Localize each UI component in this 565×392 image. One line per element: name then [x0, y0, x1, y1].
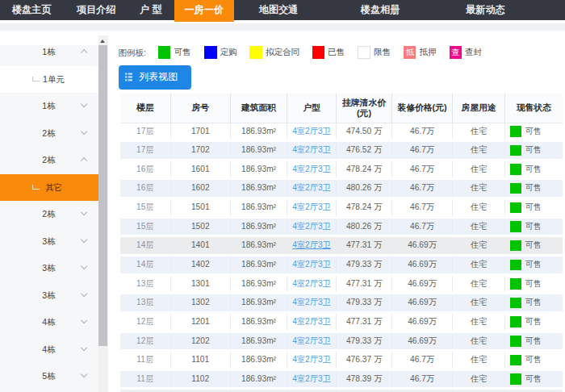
- nav-item[interactable]: 项目介绍: [77, 0, 116, 20]
- sidebar-item[interactable]: 1单元: [0, 66, 98, 94]
- table-cell-floor: 13层: [120, 294, 171, 311]
- table-row[interactable]: 11层1101186.93m²4室2厅3卫476.37 万46.7万住宅可售: [120, 352, 563, 371]
- sidebar-item-label: 其它: [0, 174, 98, 202]
- legend-color-swatch: [158, 46, 171, 59]
- table-cell-room: 1201: [171, 314, 232, 331]
- status-color-square: [510, 145, 521, 156]
- table-cell-floor: 12层: [120, 333, 171, 350]
- status-color-square: [510, 221, 521, 232]
- table-cell-layout: 4室2厅3卫: [287, 294, 337, 311]
- status-text: 可售: [525, 276, 542, 293]
- table-row[interactable]: 17层1701186.93m²4室2厅3卫474.50 万46.7万住宅可售: [120, 123, 563, 143]
- nav-item-active[interactable]: 一房一价: [174, 0, 234, 22]
- table-row[interactable]: 14层1401186.93m²4室2厅3卫477.31 万46.69万住宅可售: [120, 237, 563, 256]
- table-cell-area: 186.93m²: [231, 333, 287, 350]
- legend-item: 抵抵押: [404, 46, 437, 60]
- sidebar-item-label: 1单元: [0, 66, 98, 94]
- table-row[interactable]: 16层1601186.93m²4室2厅3卫478.24 万46.7万住宅可售: [120, 161, 563, 181]
- layout-link[interactable]: 4室2厅3卫: [292, 279, 331, 288]
- nav-item[interactable]: 户 型: [140, 0, 162, 20]
- table-cell-fit: 46.69万: [392, 333, 453, 350]
- table-cell-price: 480.26 万: [337, 219, 392, 236]
- table-row[interactable]: 13层1302186.93m²4室2厅3卫479.33 万46.69万住宅可售: [120, 294, 563, 314]
- status-text: 可售: [525, 199, 542, 216]
- status-text: 可售: [525, 123, 542, 140]
- sidebar-scrollbar[interactable]: [98, 35, 109, 392]
- legend-color-swatch: [204, 46, 217, 59]
- sidebar-item-selected[interactable]: 其它: [0, 174, 98, 202]
- status-text: 可售: [525, 256, 542, 273]
- sidebar-item[interactable]: 2栋: [0, 120, 98, 148]
- table-row[interactable]: 17层1702186.93m²4室2厅3卫476.52 万46.7万住宅可售: [120, 142, 563, 161]
- header-cell-line: 楼层: [136, 102, 154, 113]
- sidebar-item[interactable]: 2栋: [0, 147, 98, 174]
- table-cell-area: 186.93m²: [231, 219, 287, 236]
- legend-bar: 图例板: 可售定购拟定合同已售限售抵抵押查查封: [118, 46, 521, 60]
- table-row[interactable]: 11层1102186.93m²4室2厅3卫478.39 万46.7万住宅可售: [120, 371, 563, 390]
- table-cell-room: 1602: [171, 180, 232, 197]
- table-row[interactable]: 14层1402186.93m²4室2厅3卫479.33 万46.69万住宅可售: [120, 256, 563, 276]
- table-header-cell: 房屋用途: [453, 94, 505, 123]
- legend-item-label: 拟定合同: [266, 47, 299, 58]
- sidebar-item[interactable]: 4栋: [0, 309, 98, 336]
- legend-label: 图例板:: [118, 46, 145, 60]
- table-row[interactable]: 15层1502186.93m²4室2厅3卫480.26 万46.7万住宅可售: [120, 219, 563, 238]
- table-cell-layout: 4室2厅3卫: [287, 237, 337, 254]
- layout-link[interactable]: 4室2厅3卫: [292, 202, 331, 211]
- sidebar-item[interactable]: 3栋: [0, 282, 98, 310]
- table-cell-usage: 住宅: [453, 161, 505, 178]
- sidebar-item[interactable]: 3栋: [0, 255, 98, 282]
- layout-link[interactable]: 4室2厅3卫: [292, 222, 331, 231]
- layout-link[interactable]: 4室2厅3卫: [292, 298, 331, 307]
- status-color-square: [510, 260, 521, 271]
- table-row[interactable]: 15层1501186.93m²4室2厅3卫478.24 万46.7万住宅可售: [120, 199, 563, 219]
- table-row[interactable]: 12层1201186.93m²4室2厅3卫477.31 万46.69万住宅可售: [120, 314, 563, 333]
- sidebar-item[interactable]: 3栋: [0, 228, 98, 256]
- sidebar-item[interactable]: 2栋: [0, 201, 98, 228]
- layout-link[interactable]: 4室2厅3卫: [292, 165, 331, 173]
- layout-link[interactable]: 4室2厅3卫: [292, 240, 331, 249]
- layout-link[interactable]: 4室2厅3卫: [292, 260, 331, 269]
- table-cell-room: 1202: [171, 333, 232, 350]
- list-view-button[interactable]: 列表视图: [119, 65, 191, 90]
- table-cell-layout: 4室2厅3卫: [287, 161, 337, 178]
- status-text: 可售: [525, 219, 542, 236]
- sidebar-item[interactable]: 1栋: [0, 45, 98, 66]
- sidebar-item[interactable]: 5栋: [0, 363, 98, 390]
- table-cell-price: 479.33 万: [337, 333, 392, 350]
- status-text: 可售: [525, 314, 542, 331]
- table-cell-price: 476.37 万: [337, 352, 392, 369]
- layout-link[interactable]: 4室2厅3卫: [292, 355, 331, 364]
- scrollbar-thumb[interactable]: [98, 45, 107, 346]
- corner-branch-icon: [32, 77, 40, 81]
- layout-link[interactable]: 4室2厅3卫: [292, 317, 331, 326]
- nav-item[interactable]: 楼盘相册: [361, 0, 400, 20]
- table-cell-fit: 46.69万: [392, 237, 453, 254]
- table-cell-area: 186.93m²: [231, 237, 287, 254]
- table-cell-fit: 46.7万: [392, 161, 453, 178]
- table-row[interactable]: 12层1202186.93m²4室2厅3卫479.33 万46.69万住宅可售: [120, 333, 563, 352]
- table-cell-status: 可售: [505, 256, 563, 273]
- table-cell-floor: 14层: [120, 237, 171, 254]
- layout-link[interactable]: 4室2厅3卫: [292, 183, 331, 192]
- table-cell-area: 186.93m²: [231, 294, 287, 311]
- nav-item[interactable]: 楼盘主页: [12, 0, 52, 20]
- layout-link[interactable]: 4室2厅3卫: [292, 336, 331, 345]
- status-color-square: [510, 316, 521, 327]
- layout-link[interactable]: 4室2厅3卫: [292, 127, 331, 136]
- nav-item[interactable]: 地图交通: [259, 0, 299, 20]
- nav-item[interactable]: 最新动态: [466, 0, 505, 20]
- table-row[interactable]: 16层1602186.93m²4室2厅3卫480.26 万46.7万住宅可售: [120, 180, 563, 199]
- table-header-cell: 装修价格(元): [392, 94, 453, 123]
- table-cell-usage: 住宅: [453, 123, 505, 140]
- layout-link[interactable]: 4室2厅3卫: [292, 374, 331, 383]
- status-text: 可售: [525, 180, 542, 197]
- sidebar-item[interactable]: 4栋: [0, 336, 98, 364]
- scrollbar-up-arrow-icon[interactable]: [100, 40, 105, 43]
- table-cell-status: 可售: [505, 180, 563, 197]
- sidebar-item[interactable]: 1栋: [0, 93, 98, 120]
- table-row[interactable]: 13层1301186.93m²4室2厅3卫477.31 万46.69万住宅可售: [120, 276, 563, 295]
- table-cell-fit: 46.7万: [392, 180, 453, 197]
- layout-link[interactable]: 4室2厅3卫: [292, 145, 331, 154]
- table-cell-price: 477.31 万: [337, 314, 392, 331]
